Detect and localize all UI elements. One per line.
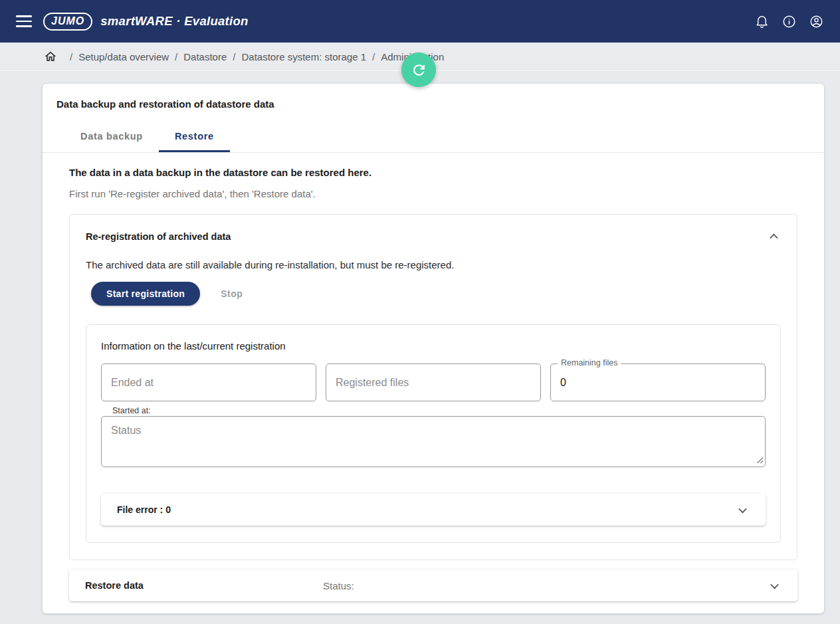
registration-info-title: Information on the last/current registra… <box>101 340 766 352</box>
breadcrumb-separator: / <box>70 51 72 62</box>
tab-restore[interactable]: Restore <box>159 120 230 152</box>
remaining-files-input[interactable] <box>550 364 766 401</box>
ended-at-field-wrap: Started at: <box>101 364 316 401</box>
status-textarea[interactable] <box>101 416 766 467</box>
breadcrumb-separator: / <box>372 51 375 62</box>
account-icon[interactable] <box>808 13 824 29</box>
refresh-button[interactable] <box>401 52 436 87</box>
breadcrumb-item-datastore-system[interactable]: Datastore system: storage 1 <box>241 51 366 62</box>
chevron-down-icon <box>736 504 748 516</box>
navbar-icon-group <box>754 13 824 29</box>
main-card: Data backup and restoration of datastore… <box>43 84 824 613</box>
breadcrumb-separator: / <box>233 51 235 62</box>
restore-intro-text: The data in a data backup in the datasto… <box>69 167 797 178</box>
app-title: smartWARE · Evaluation <box>100 14 248 29</box>
registration-buttons-row: Start registration Stop <box>91 282 781 306</box>
file-error-label: File error : 0 <box>117 504 171 515</box>
menu-icon[interactable] <box>16 15 32 27</box>
breadcrumb-item-setup-data-overview[interactable]: Setup/data overview <box>78 51 169 62</box>
tab-bar: Data backup Restore <box>43 120 824 153</box>
top-navbar: JUMO smartWARE · Evaluation <box>0 0 840 43</box>
restore-data-panel[interactable]: Restore data Status: <box>69 570 797 601</box>
stop-button[interactable]: Stop <box>221 288 243 299</box>
restore-hint-text: First run 'Re-register archived data', t… <box>69 188 797 199</box>
tab-data-backup[interactable]: Data backup <box>64 120 159 152</box>
chevron-up-icon[interactable] <box>768 231 780 243</box>
info-icon[interactable] <box>781 13 797 29</box>
notifications-bell-icon[interactable] <box>754 13 770 29</box>
reregistration-section: Re-registration of archived data The arc… <box>69 214 797 560</box>
restore-data-title: Restore data <box>85 580 144 591</box>
chevron-down-icon <box>768 579 780 591</box>
reregistration-title: Re-registration of archived data <box>86 231 231 242</box>
registration-fields-row: Started at: Remaining files <box>101 364 766 401</box>
file-error-panel[interactable]: File error : 0 <box>101 494 766 526</box>
remaining-files-label: Remaining files <box>558 358 621 368</box>
breadcrumb-separator: / <box>175 51 177 62</box>
reregistration-header[interactable]: Re-registration of archived data <box>70 215 797 243</box>
refresh-icon <box>411 62 427 78</box>
restore-status-label: Status: <box>323 580 354 591</box>
ended-at-input[interactable] <box>101 364 316 401</box>
jumo-logo: JUMO <box>43 13 92 31</box>
reregistration-description: The archived data are still available du… <box>86 259 781 270</box>
remaining-files-field-wrap: Remaining files <box>550 364 766 401</box>
home-icon[interactable] <box>44 50 57 63</box>
registration-info-card: Information on the last/current registra… <box>86 324 781 543</box>
started-at-label: Started at: <box>112 406 151 415</box>
registered-files-field-wrap <box>326 364 541 401</box>
breadcrumb-item-datastore[interactable]: Datastore <box>183 51 227 62</box>
page-title: Data backup and restoration of datastore… <box>43 84 824 110</box>
status-area-wrap <box>101 416 766 467</box>
start-registration-button[interactable]: Start registration <box>91 282 200 306</box>
registered-files-input[interactable] <box>326 364 541 401</box>
